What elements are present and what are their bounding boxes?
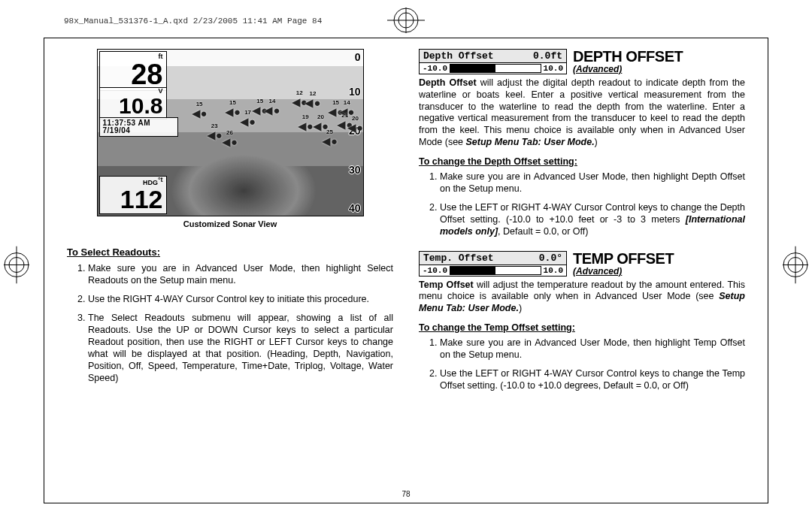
temp-range-max: 10.0 bbox=[544, 266, 563, 275]
fish-icon: 15◀● bbox=[192, 107, 208, 119]
fish-icon: 12◀● bbox=[304, 97, 320, 108]
select-readouts-heading: To Select Readouts: bbox=[67, 246, 393, 258]
depth-readout: ft 28 bbox=[99, 51, 167, 91]
page-number: 78 bbox=[401, 490, 410, 498]
sonar-view-figure: ft 28 V 10.8 11:37:53 AM 7/19/04 HDG °t bbox=[97, 49, 364, 216]
left-column: ft 28 V 10.8 11:37:53 AM 7/19/04 HDG °t bbox=[67, 49, 393, 494]
heading-readout: HDG °t 112 bbox=[99, 176, 167, 214]
depth-offset-widget: Depth Offset 0.0ft -10.0 10.0 bbox=[419, 49, 567, 74]
file-header: 98x_Manual_531376-1_A.qxd 2/23/2005 11:4… bbox=[64, 17, 322, 26]
registration-mark-top bbox=[387, 8, 425, 33]
scale-10: 10 bbox=[349, 86, 361, 98]
step-2: Use the RIGHT 4-WAY Cursor Control key t… bbox=[88, 293, 393, 305]
temp-offset-change-heading: To change the Temp Offset setting: bbox=[419, 322, 745, 333]
fish-icon: 19◀● bbox=[298, 120, 314, 131]
temp-offset-title: TEMP OFFSET bbox=[573, 251, 674, 266]
voltage-readout: V 10.8 bbox=[99, 87, 167, 119]
step-1: Make sure you are in Advanced User Mode,… bbox=[88, 262, 393, 286]
temp-offset-steps: Make sure you are in Advanced User Mode,… bbox=[419, 337, 745, 391]
depth-range-max: 10.0 bbox=[544, 64, 563, 73]
step-3: The Select Readouts submenu will appear,… bbox=[88, 312, 393, 384]
temp-offset-widget: Temp. Offset 0.0° -10.0 10.0 bbox=[419, 251, 567, 277]
fish-icon: 25◀● bbox=[322, 135, 338, 147]
registration-mark-right bbox=[783, 246, 808, 286]
page-frame: ft 28 V 10.8 11:37:53 AM 7/19/04 HDG °t bbox=[44, 38, 768, 503]
depth-offset-steps: Make sure you are in Advanced User Mode,… bbox=[419, 171, 745, 237]
fish-icon: 14◀● bbox=[264, 104, 280, 116]
fish-icon: 23◀● bbox=[207, 129, 223, 141]
depth-offset-label: Depth Offset bbox=[423, 50, 494, 62]
temp-offset-slider bbox=[450, 266, 541, 275]
temp-offset-value: 0.0° bbox=[539, 252, 562, 264]
select-readouts-steps: Make sure you are in Advanced User Mode,… bbox=[67, 262, 393, 384]
temp-offset-subtitle: (Advanced) bbox=[573, 266, 674, 277]
scale-30: 30 bbox=[349, 164, 361, 176]
depth-offset-subtitle: (Advanced) bbox=[573, 64, 683, 74]
depth-value: 28 bbox=[103, 60, 163, 89]
scale-0: 0 bbox=[355, 51, 361, 63]
depth-offset-paragraph: Depth Offset will adjust the digital dep… bbox=[419, 77, 745, 149]
scale-40: 40 bbox=[349, 202, 361, 214]
fish-icon: 20◀● bbox=[347, 122, 363, 133]
depth-step-2: Use the LEFT or RIGHT 4-WAY Cursor Contr… bbox=[440, 201, 745, 237]
fish-icon: 26◀● bbox=[222, 136, 238, 147]
temp-step-2: Use the LEFT or RIGHT 4-WAY Cursor Contr… bbox=[440, 367, 745, 391]
fish-icon: 17◀● bbox=[240, 116, 256, 127]
depth-offset-value: 0.0ft bbox=[533, 50, 562, 62]
registration-mark-left bbox=[4, 246, 29, 286]
fish-icon: 15◀● bbox=[225, 106, 241, 117]
temp-step-1: Make sure you are in Advanced User Mode,… bbox=[440, 337, 745, 361]
depth-step-1: Make sure you are in Advanced User Mode,… bbox=[440, 171, 745, 195]
right-column: Depth Offset 0.0ft -10.0 10.0 DEPTH OFFS… bbox=[419, 49, 745, 494]
depth-offset-slider bbox=[450, 64, 541, 73]
temp-offset-paragraph: Temp Offset will adjust the temperature … bbox=[419, 280, 745, 315]
temp-range-min: -10.0 bbox=[423, 266, 447, 275]
depth-range-min: -10.0 bbox=[423, 64, 447, 73]
voltage-value: 10.8 bbox=[103, 95, 163, 117]
temp-offset-label: Temp. Offset bbox=[423, 252, 494, 264]
depth-offset-change-heading: To change the Depth Offset setting: bbox=[419, 156, 745, 167]
depth-offset-title: DEPTH OFFSET bbox=[573, 49, 683, 64]
time-readout: 11:37:53 AM 7/19/04 bbox=[99, 117, 178, 137]
heading-value: 112 bbox=[103, 186, 163, 212]
figure-caption: Customized Sonar View bbox=[97, 219, 364, 228]
